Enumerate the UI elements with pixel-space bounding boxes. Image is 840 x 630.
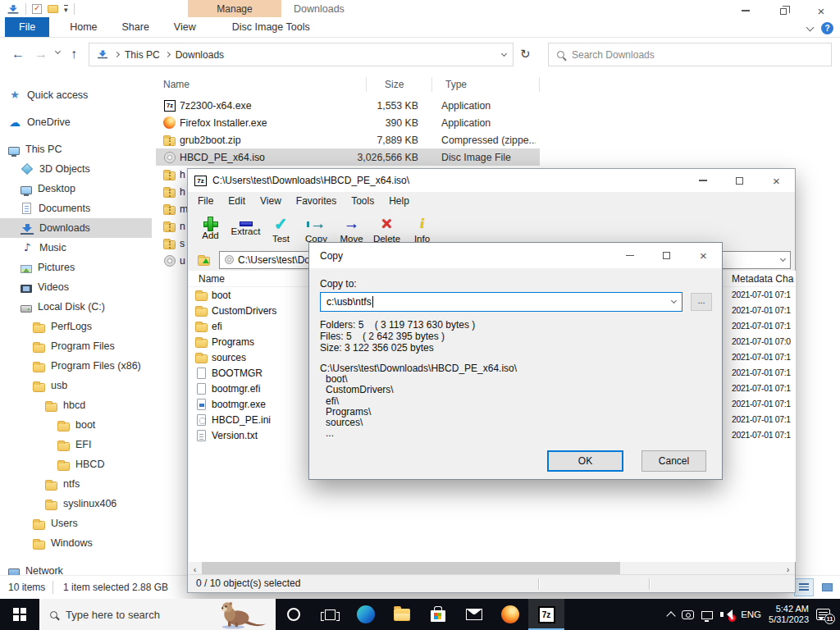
sidebar-item-pictures[interactable]: Pictures (0, 258, 152, 277)
properties-icon[interactable] (32, 4, 42, 14)
toolbar-move-button[interactable]: Move (334, 214, 369, 244)
sidebar-item-ntfs[interactable]: ntfs (0, 474, 152, 494)
up-button[interactable]: ↑ (71, 45, 77, 63)
toolbar-add-button[interactable]: Add (193, 217, 228, 240)
tab-home[interactable]: Home (57, 17, 109, 37)
maximize-button[interactable] (648, 243, 685, 268)
recent-locations-icon[interactable] (55, 48, 61, 54)
toolbar-test-button[interactable]: Test (263, 214, 299, 244)
new-folder-icon[interactable] (48, 5, 58, 13)
sidebar-item-program-files[interactable]: Program Files (0, 336, 152, 356)
column-header-name[interactable]: Name (163, 77, 367, 92)
column-header-type[interactable]: Type (432, 77, 540, 92)
help-icon[interactable]: ? (821, 22, 833, 34)
store-button[interactable] (420, 599, 456, 630)
file-row-firefox-installer-exe[interactable]: Firefox Installer.exe390 KBApplication (156, 114, 540, 131)
cortana-button[interactable] (276, 599, 312, 630)
file-row-grub2boot-zip[interactable]: grub2boot.zip7,889 KBCompressed (zippe..… (156, 131, 540, 148)
combo-dropdown-icon[interactable] (780, 255, 786, 261)
tab-view[interactable]: View (162, 17, 208, 37)
taskbar-search-box[interactable]: Type here to search (39, 599, 276, 630)
address-bar[interactable]: This PCDownloads (89, 43, 514, 66)
column-header-size[interactable]: Size (367, 77, 432, 92)
menu-edit[interactable]: Edit (221, 195, 253, 207)
forward-button[interactable]: → (34, 45, 48, 63)
browse-button[interactable]: ... (691, 293, 712, 311)
sidebar-item-3d-objects[interactable]: 3D Objects (0, 159, 152, 179)
tab-share[interactable]: Share (110, 17, 162, 37)
ok-button[interactable]: OK (547, 450, 623, 472)
sidebar-item-music[interactable]: Music (0, 238, 152, 258)
sidebar-item-videos[interactable]: Videos (0, 277, 152, 297)
sidebar-item-syslinux406[interactable]: syslinux406 (0, 494, 152, 514)
menu-tools[interactable]: Tools (344, 195, 381, 207)
thumbnail-view-button[interactable] (817, 578, 837, 596)
sidebar-item-usb[interactable]: usb (0, 376, 152, 395)
back-button[interactable]: ← (11, 45, 25, 63)
clock[interactable]: 5:42 AM 5/31/2023 (769, 604, 809, 625)
details-view-button[interactable] (794, 578, 814, 596)
toolbar-copy-button[interactable]: Copy (299, 214, 334, 244)
volume-muted-icon[interactable]: × (720, 609, 733, 619)
toolbar-info-button[interactable]: Info (404, 214, 440, 244)
start-button[interactable] (0, 599, 39, 630)
show-hidden-icons-icon[interactable] (666, 611, 675, 620)
file-explorer-button[interactable] (384, 599, 420, 630)
sidebar-item-perflogs[interactable]: PerfLogs (0, 317, 152, 336)
breadcrumb-this-pc[interactable]: This PC (125, 49, 160, 61)
toolbar-extract-button[interactable]: Extract (228, 221, 263, 236)
task-view-button[interactable] (312, 599, 348, 630)
ribbon-collapse-icon[interactable] (806, 23, 815, 31)
sidebar-item-users[interactable]: Users (0, 514, 152, 533)
meet-now-icon[interactable] (682, 610, 694, 619)
refresh-icon[interactable]: ↻ (520, 47, 531, 62)
column-header-name[interactable]: Name (199, 273, 225, 285)
menu-help[interactable]: Help (381, 195, 417, 207)
sidebar-item-efi[interactable]: EFI (0, 435, 152, 454)
sidebar-item-onedrive[interactable]: OneDrive (0, 112, 152, 132)
close-button[interactable]: × (758, 169, 795, 192)
menu-favorites[interactable]: Favorites (289, 195, 344, 207)
sidebar-item-network[interactable]: Network (0, 561, 152, 575)
action-center-icon[interactable]: 11 (816, 609, 830, 620)
language-indicator[interactable]: ENG (741, 609, 761, 619)
sidebar-item-hbcd[interactable]: HBCD (0, 454, 152, 474)
sidebar-item-quick-access[interactable]: Quick access (0, 85, 152, 105)
minimize-button[interactable] (611, 243, 648, 268)
combo-dropdown-icon[interactable] (671, 298, 677, 304)
view-toggles (794, 578, 837, 596)
toolbar-delete-button[interactable]: Delete (369, 214, 404, 244)
customize-quick-access-icon[interactable]: ▾ (64, 5, 68, 13)
sidebar-item-windows[interactable]: Windows (0, 533, 152, 553)
menu-file[interactable]: File (190, 195, 221, 207)
minimize-button[interactable] (684, 169, 721, 192)
sevenzip-taskbar-button[interactable] (528, 599, 564, 630)
sidebar-item-program-files-x86[interactable]: Program Files (x86) (0, 356, 152, 376)
close-icon: × (700, 249, 707, 262)
sidebar-item-hbcd[interactable]: hbcd (0, 395, 152, 415)
network-icon[interactable] (701, 611, 713, 619)
sidebar-item-desktop[interactable]: Desktop (0, 179, 152, 199)
firefox-button[interactable] (492, 599, 528, 630)
edge-button[interactable] (348, 599, 384, 630)
sidebar-item-documents[interactable]: Documents (0, 199, 152, 218)
sidebar-item-local-disk-c[interactable]: Local Disk (C:) (0, 297, 152, 317)
file-row-7z2300-x64-exe[interactable]: 7z2300-x64.exe1,553 KBApplication (156, 97, 540, 114)
copy-to-input[interactable]: c:\usb\ntfs (320, 292, 682, 312)
cancel-button[interactable]: Cancel (641, 450, 706, 472)
tab-file[interactable]: File (5, 17, 49, 37)
search-box[interactable]: Search Downloads (548, 43, 832, 66)
file-row-hbcd-pe-x64-iso[interactable]: HBCD_PE_x64.iso3,026,566 KBDisc Image Fi… (156, 148, 540, 166)
mail-button[interactable] (456, 599, 492, 630)
sidebar-item-downloads[interactable]: Downloads (0, 218, 152, 238)
breadcrumb-downloads[interactable]: Downloads (176, 49, 224, 61)
column-header-metadata[interactable]: Metadata Cha... (732, 273, 794, 285)
maximize-button[interactable] (721, 169, 758, 192)
menu-view[interactable]: View (253, 195, 289, 207)
close-button[interactable]: × (685, 243, 722, 268)
sidebar-item-this-pc[interactable]: This PC (0, 139, 152, 159)
sidebar-item-boot[interactable]: boot (0, 415, 152, 435)
address-dropdown-icon[interactable] (501, 50, 507, 56)
tab-disc-image-tools[interactable]: Disc Image Tools (220, 17, 322, 37)
up-one-level-button[interactable] (192, 250, 215, 269)
